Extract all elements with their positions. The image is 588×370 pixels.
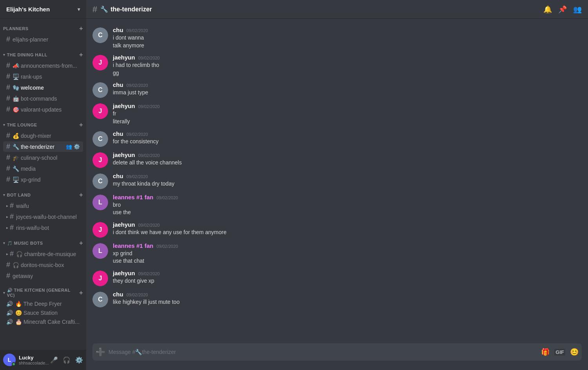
message-content: chu09/02/2020like highkey ill just mute … [113,291,582,307]
gift-icon[interactable]: 🎁 [541,348,550,356]
avatar-circle: J [92,55,108,70]
attach-icon[interactable]: ➕ [96,347,105,357]
channel-joyces-waifu[interactable]: ▸ # joyces-waifu-bot-channel [3,211,83,222]
lounge-label: THE LOUNGE [7,123,37,127]
vc-the-deep-fryer[interactable]: 🔊 🔥 The Deep Fryer [3,300,83,308]
channel-name: rins-waifu-bot [16,225,80,231]
message-header: chu09/02/2020 [113,27,582,33]
members-icon[interactable]: 👥 [573,5,582,14]
message-author[interactable]: chu [113,81,123,88]
channel-doritos-music-box[interactable]: # 🎧 doritos-music-box [3,260,83,270]
expand-icon: ▸ [6,215,8,219]
message-input-wrap: ➕ 🎁 GIF 😊 [92,343,582,361]
channel-header-title: the-tenderizer [110,6,152,13]
bell-icon[interactable]: 🔔 [543,5,552,14]
lounge-add[interactable]: + [79,121,83,128]
channel-xp-grind[interactable]: # 🖥️ xp-grind [3,174,83,185]
kitchen-vc-add[interactable]: + [79,289,83,296]
music-bots-add[interactable]: + [79,240,83,247]
dining-hall-category[interactable]: ▾ THE DINING HALL + [0,45,86,60]
channel-name: 🤖 bot-commands [13,96,80,102]
message-avatar: C [92,131,108,147]
message-text: i dont think we have any use for them an… [113,229,582,236]
channel-elijahs-planner[interactable]: # elijahs-planner [3,34,83,45]
message-timestamp: 09/02/2020 [127,292,148,297]
user-settings-icon[interactable]: ⚙️ [74,354,85,365]
message-author[interactable]: jaehyun [113,152,135,158]
message-group: Cchu09/02/2020for the consistency [86,129,588,148]
message-author[interactable]: chu [113,291,123,298]
channel-valorant-updates[interactable]: # 🎯 valorant-updates [3,104,83,115]
settings-icon[interactable]: ⚙️ [74,144,80,150]
message-author[interactable]: chu [113,173,123,179]
planners-add-icon[interactable]: + [79,25,83,32]
message-timestamp: 09/02/2020 [138,223,160,227]
vc-minecraft-cake[interactable]: 🔊 🎂 Minecraft Cake Crafti... [3,318,83,326]
channel-dough-mixer[interactable]: # 💰 dough-mixer [3,130,83,141]
vc-name: 🔥 The Deep Fryer [15,301,80,307]
message-avatar: L [92,195,108,210]
hash-icon: # [10,202,14,210]
headphones-icon[interactable]: 🎧 [61,354,72,365]
hash-icon: # [6,261,10,269]
planners-category[interactable]: PLANNERS + [0,19,86,34]
message-timestamp: 09/02/2020 [138,104,160,109]
user-info: Lucky shhsaccolade... [19,355,49,365]
channel-rank-ups[interactable]: # 🖥️ rank-ups [3,71,83,82]
message-author[interactable]: chu [113,130,123,137]
username: Lucky [19,355,49,361]
channel-announcements[interactable]: # 📣 announcements-from... [3,60,83,71]
avatar-circle: J [92,152,108,168]
message-header: jaehyun09/02/2020 [113,54,582,61]
members-icon[interactable]: 👥 [66,144,72,150]
lounge-category[interactable]: ▾ THE LOUNGE + [0,115,86,130]
message-author[interactable]: jaehyun [113,103,135,109]
server-name: Elijah's Kitchen [6,6,50,13]
gif-icon[interactable]: GIF [554,349,565,356]
expand-icon: ▸ [6,226,8,230]
message-author[interactable]: jaehyun [113,54,135,61]
message-author[interactable]: chu [113,27,123,33]
channel-welcome[interactable]: # 🧤 welcome [3,82,83,93]
message-timestamp: 09/02/2020 [138,56,160,60]
channel-culinary-school[interactable]: # 🎓 culinary-school [3,152,83,163]
dining-hall-add[interactable]: + [79,51,83,58]
category-chevron: ▾ [3,53,5,57]
channel-media[interactable]: # 🔧 media [3,163,83,174]
messages-list: Cchu09/02/2020i dont wannatalk anymoreJj… [86,19,588,343]
message-content: leannes #1 fan09/02/2020xp grinduse that… [113,242,582,265]
kitchen-vc-category[interactable]: ▾ 🔊 THE KITCHEN (GENERAL VC) + [0,282,86,299]
message-author[interactable]: jaehyun [113,221,135,228]
server-header[interactable]: Elijah's Kitchen ▾ [0,0,86,19]
message-author[interactable]: leannes #1 fan [113,242,153,249]
message-avatar: J [92,271,108,286]
dining-hall-label: THE DINING HALL [7,52,47,57]
message-author[interactable]: leannes #1 fan [113,194,153,200]
emoji-icon[interactable]: 😊 [570,348,579,356]
mute-microphone-icon[interactable]: 🎤 [49,354,60,365]
message-timestamp: 09/02/2020 [127,174,148,179]
message-group: Jjaehyun09/02/2020i dont think we have a… [86,220,588,239]
channel-name: waifu [16,203,80,209]
bot-land-add[interactable]: + [79,191,83,199]
channel-rins-waifu[interactable]: ▸ # rins-waifu-bot [3,222,83,233]
message-text: they dont give xp [113,277,582,285]
channel-bot-commands[interactable]: # 🤖 bot-commands [3,93,83,104]
message-text: i had to reclimb thogg [113,61,582,77]
user-discriminator: shhsaccolade... [19,361,49,365]
message-group: Jjaehyun09/02/2020they dont give xp [86,268,588,288]
message-text: for the consistency [113,138,582,146]
pin-icon[interactable]: 📌 [558,5,567,14]
sidebar: Elijah's Kitchen ▾ PLANNERS + # elijahs-… [0,0,86,370]
bot-land-category[interactable]: ▾ BOT LAND + [0,185,86,200]
music-bots-category[interactable]: ▾ 🎵 MUSIC BOTS + [0,233,86,248]
channel-waifu[interactable]: ▸ # waifu [3,200,83,211]
vc-sauce-station[interactable]: 🔊 😊 Sauce Station [3,309,83,317]
message-avatar: J [92,222,108,238]
message-author[interactable]: jaehyun [113,270,135,276]
channel-chambre-de-musique[interactable]: ▸ # 🎧 chambre-de-musique [3,249,83,259]
channel-getaway[interactable]: # getaway [3,271,83,281]
message-input[interactable] [109,349,541,355]
channel-name: 🖥️ xp-grind [13,177,80,183]
channel-the-tenderizer[interactable]: # 🔧 the-tenderizer 👥 ⚙️ [3,141,83,152]
